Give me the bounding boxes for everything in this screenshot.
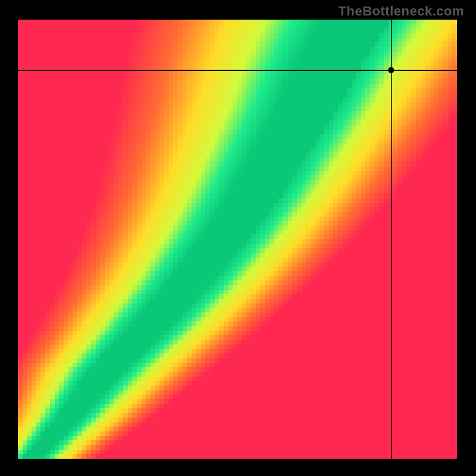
chart-frame: TheBottleneck.com xyxy=(0,0,476,476)
crosshair-overlay xyxy=(18,20,457,459)
watermark-text: TheBottleneck.com xyxy=(339,4,464,19)
